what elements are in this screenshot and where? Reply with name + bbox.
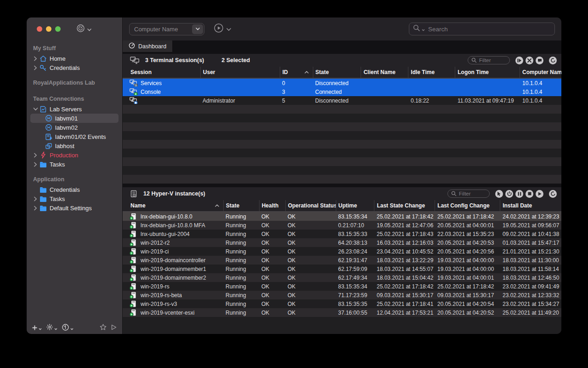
sidebar-item-labvm01-02-events[interactable]: labvm01/02 Events [30, 132, 119, 141]
table-row[interactable]: lnx-ubuntu-gui-2004RunningOKOK83.15:35:3… [123, 230, 561, 238]
cell-last-state-change: 12.04.2021 at 17:53:21 [374, 310, 435, 316]
table-row[interactable]: win-2019-ciRunningOKOK26.23:08:2423.04.2… [123, 247, 561, 256]
minimize-button[interactable] [46, 26, 51, 32]
tab-label: Dashboard [138, 43, 166, 50]
chevron-right-icon[interactable] [32, 56, 39, 61]
close-button[interactable] [37, 26, 42, 32]
chevron-right-icon[interactable] [32, 206, 39, 211]
column-header-user[interactable]: User [200, 67, 280, 78]
cell-id: 3 [280, 89, 313, 95]
refresh-button[interactable] [549, 190, 557, 198]
chevron-right-icon[interactable] [32, 196, 39, 201]
column-header-last-state-change[interactable]: Last State Change [374, 200, 435, 211]
table-row[interactable]: win-2019-domaincontrollerRunningOKOK62.1… [123, 256, 561, 264]
session-icon [130, 80, 137, 86]
combobox-dropdown-button[interactable] [192, 24, 203, 34]
sidebar-item-credentials[interactable]: Credentials [30, 185, 119, 194]
view-options-button[interactable] [62, 324, 74, 333]
sidebar-item-labhost[interactable]: labhost [30, 141, 119, 150]
column-header-logon-time[interactable]: Logon Time [455, 67, 520, 78]
cell-last-config-change: 19.03.2021 at 04:00:01 [435, 275, 500, 281]
zoom-button[interactable] [55, 26, 61, 32]
cell-uptime: 83.15:35:34 [336, 283, 374, 290]
cell-name: win-2019-rs-beta [123, 292, 223, 299]
filter-input[interactable]: Filter [468, 56, 510, 64]
cell-operational-status: OK [285, 231, 336, 237]
favorites-button[interactable] [100, 324, 107, 332]
badge-stop-icon [134, 101, 138, 104]
chevron-right-icon[interactable] [32, 162, 39, 167]
table-row[interactable]: win-2019-rsRunningOKOK83.15:35:3425.02.2… [123, 282, 561, 291]
cell-last-state-change: 25.02.2021 at 17:18:43 [374, 231, 435, 237]
table-row[interactable]: win-2019-rs-betaRunningOKOK71.17:23:5909… [123, 291, 561, 299]
column-header-session[interactable]: Session [123, 67, 200, 78]
cell-health: OK [259, 292, 285, 299]
chevron-right-icon[interactable] [32, 65, 39, 70]
table-row[interactable]: win-2019-domainmember1RunningOKOK62.17:5… [123, 264, 561, 273]
column-header-computer-name[interactable]: Computer Name [520, 67, 561, 78]
add-object-button[interactable] [32, 324, 42, 332]
power-button[interactable] [505, 190, 513, 198]
column-header-state[interactable]: State [223, 200, 259, 211]
sidebar-item-home[interactable]: Home [30, 54, 119, 63]
sidebar-item-production[interactable]: Production [30, 150, 119, 160]
stop-vm-button[interactable] [526, 190, 533, 198]
table-row[interactable]: win-2019-domainmember2RunningOKOK62.17:4… [123, 273, 561, 282]
disconnect-button[interactable] [515, 57, 523, 64]
table-row[interactable]: lnx-debian-gui-10.8.0 MFARunningOKOK0.21… [123, 221, 561, 230]
sidebar-item-label: Home [50, 55, 66, 62]
table-row[interactable]: Administrator5Disconnected0.18:2211.03.2… [123, 96, 561, 105]
column-header-state[interactable]: State [313, 67, 361, 78]
sidebar-item-default-settings[interactable]: Default Settings [30, 203, 119, 213]
chevron-down-icon[interactable] [32, 107, 39, 111]
send-message-button[interactable] [536, 57, 543, 64]
column-header-id[interactable]: ID [280, 67, 313, 78]
cell-uptime: 71.17:23:59 [336, 292, 374, 299]
cell-install-date: 18.03.2021 at 11:30:00 [500, 257, 561, 264]
cell-uptime: 26.23:08:24 [336, 248, 374, 255]
sidebar-item-tasks[interactable]: Tasks [30, 160, 119, 169]
column-header-uptime[interactable]: Uptime [336, 200, 374, 211]
run-button[interactable] [111, 324, 117, 332]
column-header-install-date[interactable]: Install Date [500, 200, 561, 211]
settings-menu-button[interactable] [46, 324, 57, 332]
sidebar-item-labvm02[interactable]: labvm02 [30, 123, 119, 132]
sidebar-item-lab-servers[interactable]: Lab Servers [30, 104, 119, 114]
table-row[interactable]: lnx-debian-gui-10.8.0RunningOKOK83.15:35… [123, 212, 561, 221]
sidebar-item-labvm01[interactable]: labvm01 [30, 114, 119, 123]
filter-input[interactable]: Filter [447, 190, 490, 198]
table-row[interactable]: Services0Disconnected10.1.0.4 [123, 79, 561, 87]
table-row[interactable]: win-2019-vcenter-esxiRunningOKOK37.16:00… [123, 308, 561, 317]
cell-uptime: 62.19:31:47 [336, 257, 374, 264]
column-header-operational-status[interactable]: Operational Status [285, 200, 336, 211]
sidebar-item-credentials[interactable]: Credentials [30, 63, 119, 72]
refresh-button[interactable] [549, 57, 557, 64]
column-header-last-config-change[interactable]: Last Config Change [435, 200, 500, 211]
column-header-name[interactable]: Name [123, 200, 223, 211]
connect-button[interactable] [214, 23, 231, 35]
chevron-down-icon [54, 324, 57, 332]
sidebar-item-tasks[interactable]: Tasks [30, 194, 119, 203]
search-input[interactable]: Search [409, 23, 555, 35]
chevron-down-icon [422, 25, 425, 33]
pointer-button[interactable] [495, 190, 503, 198]
column-label: Last Config Change [437, 202, 489, 209]
cell-health: OK [259, 310, 285, 316]
tab-dashboard[interactable]: Dashboard [123, 40, 172, 52]
table-row[interactable]: win-2012-r2RunningOKOK64.20:38:1316.03.2… [123, 238, 561, 247]
table-row[interactable]: Console3Connected10.1.0.4 [123, 87, 561, 96]
chevron-right-icon[interactable] [32, 153, 39, 158]
column-label: State [316, 69, 329, 75]
power-icon [507, 191, 512, 196]
cell-state: Running [223, 231, 259, 237]
logoff-button[interactable] [526, 57, 533, 64]
table-row[interactable]: win-2019-rs-v3RunningOKOK83.15:35:3525.0… [123, 299, 561, 308]
computer-name-combobox[interactable]: Computer Name [129, 23, 204, 35]
pause-button[interactable] [515, 190, 523, 198]
column-header-idle-time[interactable]: Idle Time [408, 67, 455, 78]
column-header-health[interactable]: Health [259, 200, 285, 211]
folder-icon [39, 196, 48, 202]
column-header-client-name[interactable]: Client Name [361, 67, 408, 78]
play-vm-button[interactable] [536, 190, 543, 198]
connect-menu-button[interactable] [76, 24, 91, 34]
